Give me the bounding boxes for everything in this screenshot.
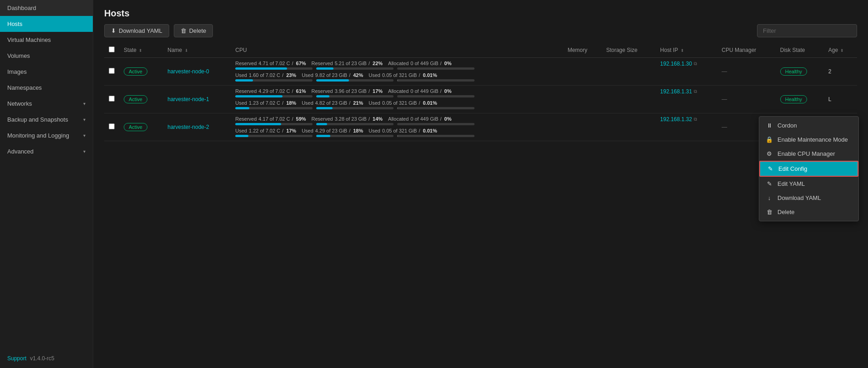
table-row: Active harvester-node-0 Reserved4.71 of … <box>104 58 857 86</box>
menu-icon: ⚙ <box>766 150 773 157</box>
context-menu-item-enable-cpu-manager[interactable]: ⚙Enable CPU Manager <box>759 147 858 161</box>
context-menu-item-download-yaml[interactable]: ↓Download YAML <box>759 191 858 205</box>
sidebar-item-advanced[interactable]: Advanced ▾ <box>0 143 93 159</box>
col-disk-state: Disk State <box>776 43 824 58</box>
row-checkbox[interactable] <box>109 68 115 74</box>
sidebar-footer: Support v1.4.0-rc5 <box>0 349 93 368</box>
filter-wrap <box>757 24 857 37</box>
col-cpu-manager: CPU Manager <box>717 43 775 58</box>
state-badge: Active <box>124 123 147 131</box>
chevron-down-icon: ▾ <box>83 149 86 154</box>
context-menu-item-cordon[interactable]: ⏸Cordon <box>759 118 858 133</box>
col-state: State ⬍ <box>119 43 163 58</box>
menu-icon: ✎ <box>766 180 773 187</box>
host-ip-cell: 192.168.1.31 ⧉ <box>656 86 717 97</box>
sidebar-item-backup[interactable]: Backup and Snapshots ▾ <box>0 112 93 128</box>
chevron-down-icon: ▾ <box>83 101 86 106</box>
table-row: Active harvester-node-1 Reserved4.29 of … <box>104 86 857 113</box>
cpu-cell: Reserved4.29 of 7.02 C/61% Reserved3.96 … <box>231 86 563 113</box>
col-name: Name ⬇ <box>163 43 231 58</box>
context-menu: ⏸Cordon🔒Enable Maintenance Mode⚙Enable C… <box>759 116 859 221</box>
copy-icon[interactable]: ⧉ <box>694 117 697 122</box>
cpu-manager-cell: — <box>717 58 775 86</box>
menu-icon: 🗑 <box>766 209 773 215</box>
context-menu-item-edit-yaml[interactable]: ✎Edit YAML <box>759 177 858 191</box>
copy-icon[interactable]: ⧉ <box>694 61 697 66</box>
trash-icon: 🗑 <box>181 27 187 34</box>
select-all-checkbox[interactable] <box>109 46 115 52</box>
context-menu-item-enable-maintenance-mode[interactable]: 🔒Enable Maintenance Mode <box>759 133 858 147</box>
state-badge: Active <box>124 67 147 76</box>
copy-icon[interactable]: ⧉ <box>694 89 697 94</box>
node-link[interactable]: harvester-node-1 <box>167 96 209 102</box>
menu-icon: ✎ <box>767 165 774 172</box>
edit-config-highlight-wrap: ✎Edit Config <box>759 161 858 177</box>
cpu-manager-cell: — <box>717 86 775 113</box>
age-cell: 2 <box>824 58 857 86</box>
row-checkbox[interactable] <box>109 123 115 129</box>
col-storage: Storage Size <box>601 43 656 58</box>
menu-icon: ⏸ <box>766 122 773 129</box>
sidebar-item-namespaces[interactable]: Namespaces <box>0 80 93 96</box>
cpu-cell: Reserved4.71 of 7.02 C/67% Reserved5.21 … <box>231 58 563 86</box>
version-label: v1.4.0-rc5 <box>30 355 54 362</box>
age-cell: L <box>824 86 857 113</box>
host-ip-cell: 192.168.1.30 ⧉ <box>656 58 717 70</box>
sort-icon: ⬍ <box>139 48 142 53</box>
support-link[interactable]: Support <box>7 355 26 362</box>
toolbar: ⬇ Download YAML 🗑 Delete <box>93 24 868 43</box>
filter-input[interactable] <box>757 24 857 37</box>
sort-icon: ⬍ <box>681 48 684 53</box>
node-link[interactable]: harvester-node-2 <box>167 124 209 130</box>
chevron-down-icon: ▾ <box>83 133 86 138</box>
download-yaml-button[interactable]: ⬇ Download YAML <box>104 24 169 37</box>
col-age: Age ⬍ <box>824 43 857 58</box>
sidebar-item-networks[interactable]: Networks ▾ <box>0 96 93 112</box>
chevron-down-icon: ▾ <box>83 117 86 122</box>
sidebar-item-virtual-machines[interactable]: Virtual Machines <box>0 32 93 48</box>
hosts-table: State ⬍ Name ⬇ CPU Memory Storage Size H… <box>104 43 857 141</box>
row-checkbox[interactable] <box>109 96 115 102</box>
col-memory: Memory <box>563 43 602 58</box>
col-host-ip: Host IP ⬍ <box>656 43 717 58</box>
sidebar-item-dashboard[interactable]: Dashboard <box>0 0 93 16</box>
sort-icon: ⬇ <box>185 48 188 53</box>
delete-button[interactable]: 🗑 Delete <box>174 24 213 37</box>
state-badge: Active <box>124 95 147 103</box>
sidebar-item-volumes[interactable]: Volumes <box>0 48 93 64</box>
col-cpu: CPU <box>231 43 563 58</box>
sidebar: Dashboard Hosts Virtual Machines Volumes… <box>0 0 93 368</box>
table-row: Active harvester-node-2 Reserved4.17 of … <box>104 113 857 141</box>
sidebar-item-hosts[interactable]: Hosts <box>0 16 93 32</box>
download-icon: ⬇ <box>111 27 116 34</box>
sidebar-item-images[interactable]: Images <box>0 64 93 80</box>
sort-icon: ⬍ <box>840 48 844 53</box>
context-menu-item-edit-config[interactable]: ✎Edit Config <box>760 162 858 176</box>
hosts-table-wrap: State ⬍ Name ⬇ CPU Memory Storage Size H… <box>93 43 868 368</box>
sidebar-item-monitoring[interactable]: Monitoring and Logging ▾ <box>0 128 93 143</box>
page-title: Hosts <box>93 0 868 24</box>
cpu-cell: Reserved4.17 of 7.02 C/59% Reserved3.28 … <box>231 113 563 141</box>
menu-icon: ↓ <box>766 194 773 201</box>
disk-state-badge: Healthy <box>780 95 807 103</box>
host-ip-cell: 192.168.1.32 ⧉ <box>656 113 717 125</box>
menu-icon: 🔒 <box>766 136 773 143</box>
node-link[interactable]: harvester-node-0 <box>167 68 209 75</box>
main-content: Hosts ⬇ Download YAML 🗑 Delete State ⬍ <box>93 0 868 368</box>
context-menu-item-delete[interactable]: 🗑Delete <box>759 205 858 219</box>
disk-state-badge: Healthy <box>780 67 807 76</box>
